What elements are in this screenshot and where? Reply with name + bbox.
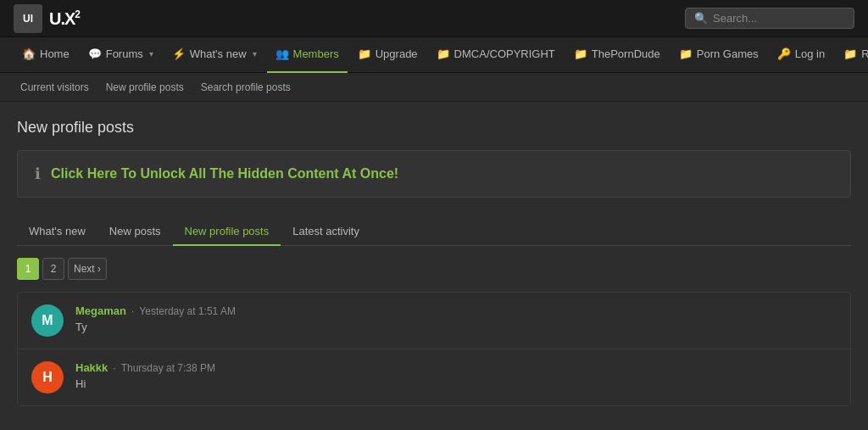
nav-item-members[interactable]: 👥 Members <box>267 37 348 73</box>
post-timestamp: Yesterday at 1:51 AM <box>139 305 236 317</box>
logo-area: UI U.X2 <box>14 4 80 33</box>
post-meta: Megaman · Yesterday at 1:51 AM <box>75 304 837 317</box>
post-time: · <box>113 362 115 374</box>
sub-nav: Current visitors New profile posts Searc… <box>0 73 868 102</box>
main-nav: 🏠 Home 💬 Forums ▾ ⚡ What's new ▾ 👥 Membe… <box>0 37 868 73</box>
site-logo-text: U.X2 <box>49 8 80 29</box>
porndude-icon: 📁 <box>574 47 587 60</box>
upgrade-icon: 📁 <box>358 47 371 60</box>
tabs-row: What's new New posts New profile posts L… <box>17 218 851 246</box>
sub-nav-current-visitors[interactable]: Current visitors <box>14 73 96 102</box>
register-icon: 📁 <box>843 47 857 60</box>
post-timestamp: Thursday at 7:38 PM <box>121 362 215 374</box>
top-bar: UI U.X2 🔍 <box>0 0 868 37</box>
page-next-btn[interactable]: Next › <box>68 258 107 280</box>
members-icon: 👥 <box>275 47 289 60</box>
login-icon: 🔑 <box>777 47 791 60</box>
whatsnew-icon: ⚡ <box>172 47 186 60</box>
forums-arrow: ▾ <box>149 49 153 59</box>
avatar: H <box>31 361 64 394</box>
post-meta: Hakkk · Thursday at 7:38 PM <box>75 361 837 374</box>
sub-nav-search-profile-posts[interactable]: Search profile posts <box>194 73 298 102</box>
site-logo-icon[interactable]: UI <box>14 4 42 33</box>
tab-new-profile-posts[interactable]: New profile posts <box>173 218 281 246</box>
tab-whats-new[interactable]: What's new <box>17 218 97 246</box>
sub-nav-new-profile-posts[interactable]: New profile posts <box>99 73 191 102</box>
page-content: New profile posts ℹ Click Here To Unlock… <box>0 102 868 406</box>
tab-latest-activity[interactable]: Latest activity <box>281 218 371 246</box>
nav-item-porngames[interactable]: 📁 Porn Games <box>670 37 767 73</box>
tab-new-posts[interactable]: New posts <box>97 218 173 246</box>
post-username[interactable]: Megaman <box>75 304 126 317</box>
search-box[interactable]: 🔍 <box>685 8 854 29</box>
search-icon: 🔍 <box>694 12 708 25</box>
home-icon: 🏠 <box>22 47 36 60</box>
page-btn-1[interactable]: 1 <box>17 258 39 280</box>
promo-banner: ℹ Click Here To Unlock All The Hidden Co… <box>17 150 851 198</box>
post-content: Hi <box>75 377 837 390</box>
nav-item-porndude[interactable]: 📁 ThePornDude <box>565 37 669 73</box>
nav-item-whatsnew[interactable]: ⚡ What's new ▾ <box>164 37 265 73</box>
nav-item-register[interactable]: 📁 Register <box>835 37 868 73</box>
post-item: H Hakkk · Thursday at 7:38 PM Hi <box>18 349 850 405</box>
nav-item-login[interactable]: 🔑 Log in <box>769 37 833 73</box>
post-content: Ty <box>75 321 837 333</box>
post-body: Megaman · Yesterday at 1:51 AM Ty <box>75 304 837 333</box>
search-input[interactable] <box>713 12 845 25</box>
nav-item-forums[interactable]: 💬 Forums ▾ <box>80 37 162 73</box>
page-btn-2[interactable]: 2 <box>42 258 64 280</box>
nav-item-home[interactable]: 🏠 Home <box>14 37 78 73</box>
pagination: 1 2 Next › <box>17 258 851 280</box>
page-title: New profile posts <box>17 119 851 137</box>
posts-list: M Megaman · Yesterday at 1:51 AM Ty H Ha… <box>17 292 851 406</box>
logo-icon-text: UI <box>23 13 33 25</box>
post-time: · <box>131 305 134 317</box>
post-username[interactable]: Hakkk <box>75 361 108 374</box>
promo-link[interactable]: Click Here To Unlock All The Hidden Cont… <box>51 166 398 181</box>
forums-icon: 💬 <box>88 47 102 60</box>
nav-item-upgrade[interactable]: 📁 Upgrade <box>349 37 426 73</box>
avatar: M <box>31 304 64 337</box>
info-icon: ℹ <box>35 165 41 183</box>
post-item: M Megaman · Yesterday at 1:51 AM Ty <box>18 293 850 349</box>
nav-item-dmca[interactable]: 📁 DMCA/COPYRIGHT <box>428 37 564 73</box>
whatsnew-arrow: ▾ <box>253 49 257 59</box>
porngames-icon: 📁 <box>679 47 693 60</box>
dmca-icon: 📁 <box>437 47 450 60</box>
post-body: Hakkk · Thursday at 7:38 PM Hi <box>75 361 837 390</box>
